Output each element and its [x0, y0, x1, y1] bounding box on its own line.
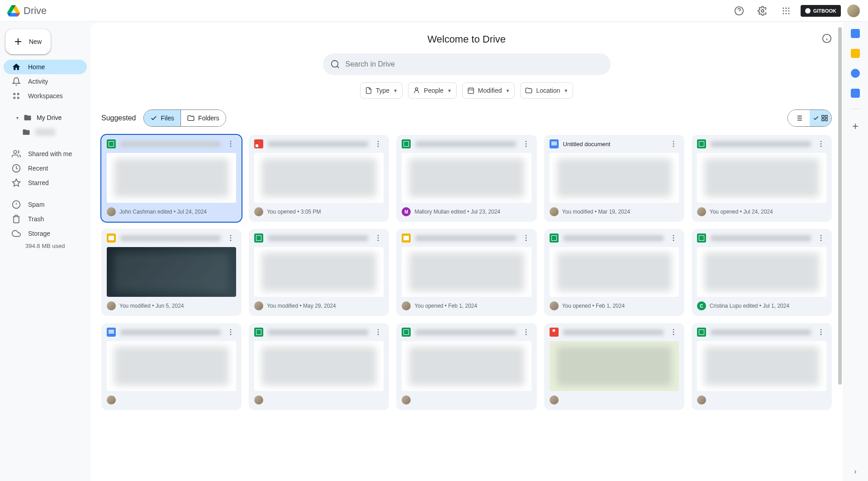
file-thumbnail — [254, 341, 384, 391]
nav-recent[interactable]: Recent — [4, 161, 87, 176]
svg-rect-21 — [468, 88, 474, 94]
nav-trash[interactable]: Trash — [4, 212, 87, 226]
view-toggle — [787, 110, 832, 127]
file-card[interactable]: ██████████████████████ CCristina Lupu ed… — [692, 229, 832, 316]
drive-logo[interactable]: Drive — [7, 5, 47, 17]
svg-point-10 — [788, 13, 789, 14]
file-card[interactable]: ██████████ You opened • 3:05 PM — [249, 135, 389, 222]
svg-point-12 — [18, 93, 19, 95]
sheets-icon — [254, 233, 263, 243]
docs-icon — [107, 328, 116, 337]
gitbook-chip[interactable]: GITBOOK — [801, 5, 841, 17]
slides-icon — [402, 233, 411, 243]
file-icon — [365, 87, 372, 94]
nav-label: Spam — [28, 201, 45, 208]
file-thumbnail — [254, 247, 384, 297]
file-card[interactable]: ██████ — [692, 323, 832, 410]
more-options-icon[interactable] — [225, 138, 236, 149]
apps-icon[interactable] — [777, 2, 795, 20]
grid-view-button[interactable] — [810, 110, 831, 126]
nav-label: Storage — [28, 230, 50, 237]
gitbook-label: GITBOOK — [813, 8, 836, 14]
more-options-icon[interactable] — [373, 327, 384, 338]
more-options-icon[interactable] — [373, 233, 384, 243]
file-card[interactable]: ████████████████ You opened • Feb 1, 202… — [396, 229, 536, 316]
scrollbar[interactable] — [838, 27, 842, 385]
list-view-button[interactable] — [788, 110, 810, 126]
info-icon[interactable] — [822, 33, 832, 43]
nav-storage[interactable]: Storage — [4, 226, 87, 241]
tasks-app-icon[interactable] — [851, 69, 860, 78]
more-options-icon[interactable] — [521, 233, 531, 243]
keep-app-icon[interactable] — [851, 49, 860, 58]
svg-rect-24 — [825, 119, 827, 121]
file-card[interactable]: ██████████████████ You opened • Jul 24, … — [692, 135, 832, 222]
svg-point-69 — [821, 332, 822, 333]
sheets-icon — [402, 328, 411, 337]
calendar-app-icon[interactable] — [851, 29, 860, 38]
search-input[interactable] — [346, 60, 603, 68]
svg-point-53 — [821, 235, 822, 236]
file-card[interactable]: ██████████████████████ John Cashman edit… — [101, 135, 242, 222]
calendar-icon — [467, 87, 474, 94]
more-options-icon[interactable] — [373, 138, 384, 149]
more-options-icon[interactable] — [225, 233, 236, 243]
user-avatar[interactable] — [846, 4, 861, 18]
svg-point-60 — [378, 332, 379, 333]
file-card[interactable]: ████████████████████ MMallory Mullan edi… — [396, 135, 536, 222]
more-options-icon[interactable] — [816, 327, 826, 338]
file-card[interactable]: ████ — [249, 323, 389, 410]
maps-icon — [550, 328, 559, 337]
filter-type[interactable]: Type▼ — [360, 82, 403, 99]
nav-my-drive[interactable]: ▾My Drive — [4, 110, 87, 125]
toggle-folders[interactable]: Folders — [180, 110, 226, 126]
add-addon-button[interactable]: + — [852, 120, 859, 133]
more-options-icon[interactable] — [816, 233, 826, 243]
filter-location[interactable]: Location▼ — [520, 82, 573, 99]
topbar: Drive GITBOOK — [0, 0, 868, 22]
side-panel-collapse[interactable]: › — [854, 467, 856, 476]
nav-activity[interactable]: Activity — [4, 74, 87, 89]
more-options-icon[interactable] — [521, 327, 531, 338]
file-card[interactable]: ████████ You modified • Jun 5, 2024 — [101, 229, 242, 316]
file-card[interactable]: ██████████████████████ — [396, 323, 536, 410]
more-options-icon[interactable] — [225, 327, 236, 338]
file-card[interactable]: ████████████████████ — [101, 323, 242, 410]
file-card[interactable]: ██████████ You modified • May 29, 2024 — [249, 229, 389, 316]
svg-point-44 — [378, 235, 379, 236]
more-options-icon[interactable] — [668, 233, 679, 243]
svg-point-11 — [14, 93, 15, 95]
more-options-icon[interactable] — [816, 138, 826, 149]
file-card[interactable]: Untitled document You modified • Mar 19,… — [544, 135, 684, 222]
nav-home[interactable]: Home — [4, 60, 87, 74]
bell-icon — [12, 77, 21, 86]
editor-avatar — [254, 301, 263, 310]
nav-shared[interactable]: Shared with me — [4, 147, 87, 161]
nav-spam[interactable]: Spam — [4, 197, 87, 212]
file-card[interactable]: ████████████████████ You opened • Feb 1,… — [544, 229, 684, 316]
file-thumbnail — [697, 153, 826, 203]
nav-starred[interactable]: Starred — [4, 176, 87, 190]
file-card[interactable]: ████████████████████ — [544, 323, 684, 410]
more-options-icon[interactable] — [668, 327, 679, 338]
svg-point-43 — [230, 240, 232, 241]
settings-icon[interactable] — [754, 2, 772, 20]
filter-modified[interactable]: Modified▼ — [462, 82, 515, 99]
nav-subfolder[interactable]: Hidden — [4, 125, 87, 139]
section-suggested: Suggested — [101, 114, 136, 122]
more-options-icon[interactable] — [668, 138, 679, 149]
trash-icon — [12, 214, 21, 224]
toggle-files[interactable]: Files — [144, 110, 181, 126]
svg-point-33 — [525, 143, 526, 145]
list-icon — [795, 114, 803, 122]
editor-avatar: C — [697, 301, 706, 310]
help-icon[interactable] — [730, 2, 748, 20]
folder-icon — [187, 114, 194, 122]
more-options-icon[interactable] — [521, 138, 531, 149]
file-thumbnail — [697, 341, 826, 391]
nav-workspaces[interactable]: Workspaces — [4, 89, 87, 103]
search-bar[interactable] — [323, 53, 611, 75]
new-button[interactable]: New — [5, 29, 51, 54]
filter-people[interactable]: People▼ — [408, 82, 457, 99]
contacts-app-icon[interactable] — [851, 89, 860, 98]
